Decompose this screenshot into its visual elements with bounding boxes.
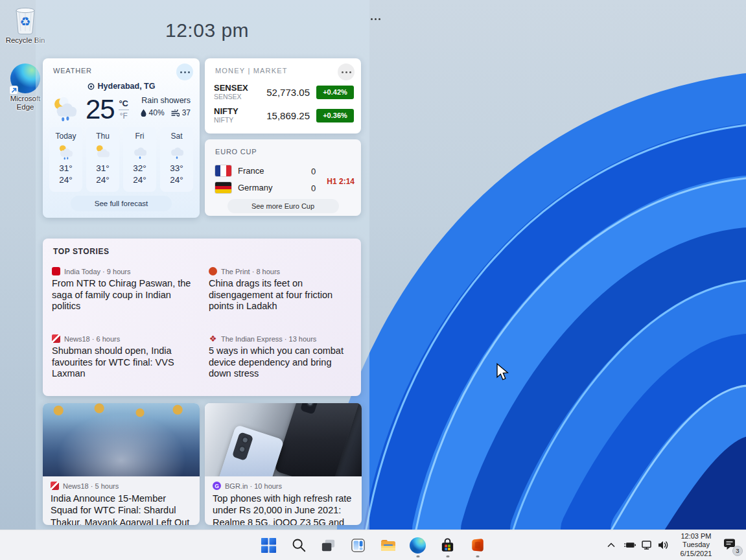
cursor-arrow-icon (496, 363, 509, 381)
market-change-badge: +0.36% (316, 109, 354, 122)
story-item[interactable]: ❖ The Indian Express · 13 hours 5 ways i… (209, 334, 356, 380)
shortcut-arrow-icon (9, 86, 18, 95)
unit-fahrenheit[interactable]: °F (120, 112, 128, 120)
clock-day: Tuesday (676, 541, 716, 549)
weather-forecast: Today 31° 24° Thu 31° 24° Fri (49, 127, 193, 192)
moon-rain-icon (51, 97, 82, 122)
aqi-wind-icon (171, 110, 180, 117)
germany-flag-icon (215, 182, 231, 193)
start-button[interactable] (256, 532, 282, 558)
tray-status-icons[interactable] (619, 533, 673, 557)
news-card-cricket[interactable]: News18 · 5 hours India Announce 15-Membe… (43, 403, 200, 525)
forecast-day[interactable]: Fri 32° 24° (123, 127, 156, 192)
network-icon (641, 540, 653, 550)
file-explorer-button[interactable] (375, 532, 401, 558)
task-view-icon (320, 537, 336, 554)
svg-text:♻: ♻ (19, 15, 30, 29)
news18-logo-icon (51, 482, 59, 490)
unit-divider (119, 110, 129, 110)
sun-cloud-icon (93, 145, 113, 160)
start-icon (261, 537, 277, 554)
news-headline: Top phones with high refresh rate under … (213, 493, 354, 525)
euro-cup-title: EURO CUP (215, 148, 257, 156)
market-value: 52,773.05 (266, 87, 310, 98)
weather-aqi: 37 (182, 108, 191, 117)
forecast-day[interactable]: Thu 31° 24° (86, 127, 119, 192)
see-full-forecast-button[interactable]: See full forecast (71, 196, 172, 211)
clock-date: 6/15/2021 (676, 550, 716, 558)
market-widget[interactable]: MONEY | MARKET SENSEX SENSEX 52,773.05 +… (205, 58, 361, 134)
news-image-smartphones (205, 403, 362, 476)
search-icon (291, 537, 307, 553)
rain-cloud-icon (167, 145, 187, 160)
story-headline: 5 ways in which you can combat device de… (209, 345, 356, 380)
store-icon (439, 537, 456, 554)
bgr-logo-icon: G (213, 482, 221, 490)
forecast-day[interactable]: Sat 33° 24° (160, 127, 193, 192)
phone-light (212, 425, 284, 476)
match-status: H1 2:14 (327, 177, 355, 186)
tray-overflow-button[interactable] (603, 533, 619, 557)
file-explorer-icon (380, 537, 397, 554)
story-headline: Shubman should open, India favourites fo… (52, 345, 201, 380)
chevron-up-icon (607, 542, 616, 548)
market-rows: SENSEX SENSEX 52,773.05 +0.42% NIFTY NIF… (214, 80, 354, 127)
office-icon (470, 537, 485, 553)
widgets-button[interactable] (345, 532, 371, 558)
notification-count-badge: 3 (732, 546, 743, 556)
search-button[interactable] (286, 532, 312, 558)
battery-icon (624, 540, 636, 550)
market-value: 15,869.25 (266, 110, 310, 121)
indian-express-logo-icon: ❖ (209, 334, 217, 343)
volume-icon (657, 540, 669, 550)
taskbar-clock[interactable]: 12:03 PM Tuesday 6/15/2021 (673, 532, 719, 558)
weather-location-row[interactable]: Hyderabad, TG (43, 82, 200, 91)
taskbar: 12:03 PM Tuesday 6/15/2021 3 (0, 530, 746, 560)
market-menu-button[interactable] (338, 64, 355, 80)
widgets-panel-clock: 12:03 pm (165, 19, 249, 41)
story-item[interactable]: India Today · 9 hours From NTR to Chirag… (52, 267, 201, 312)
top-stories-title: TOP STORIES (53, 247, 110, 256)
task-view-button[interactable] (316, 532, 342, 558)
microsoft-store-button[interactable] (435, 532, 461, 558)
ellipsis-icon (342, 71, 351, 73)
weather-widget[interactable]: WEATHER Hyderabad, TG 25 °C °F Rain show… (43, 58, 200, 218)
story-item[interactable]: News18 · 6 hours Shubman should open, In… (52, 334, 201, 380)
wallpaper-bloom (337, 55, 746, 530)
weather-menu-button[interactable] (176, 64, 193, 80)
running-indicator (416, 555, 419, 557)
location-pin-icon (87, 83, 95, 90)
euro-cup-widget[interactable]: EURO CUP France 0 Germany 0 H1 2:14 See … (205, 139, 361, 216)
india-today-logo-icon (52, 267, 60, 275)
weather-temperature: 25 (86, 94, 115, 125)
phone-dark (274, 403, 361, 476)
widgets-panel-more-button[interactable] (367, 14, 384, 23)
unit-celsius[interactable]: °C (119, 99, 128, 108)
story-item[interactable]: The Print · 8 hours China drags its feet… (209, 267, 356, 312)
news-card-phones[interactable]: G BGR.in · 10 hours Top phones with high… (205, 403, 362, 525)
market-row-nifty[interactable]: NIFTY NIFTY 15,869.25 +0.36% (214, 104, 354, 127)
weather-location: Hyderabad, TG (98, 82, 156, 91)
desktop: ♻ Recycle Bin Microsoft Edge 12:03 pm WE… (0, 0, 746, 560)
euro-cup-team-row[interactable]: France (215, 165, 264, 176)
edge-icon (410, 537, 426, 554)
top-stories-widget: TOP STORIES India Today · 9 hours From N… (43, 239, 361, 396)
weather-precipitation: 40% (149, 108, 165, 117)
edge-button[interactable] (405, 532, 431, 558)
germany-score: 0 (311, 183, 316, 193)
rain-cloud-icon (130, 145, 150, 160)
sun-rain-icon (56, 145, 76, 160)
ellipsis-icon (180, 71, 190, 73)
notification-center-button[interactable]: 3 (719, 537, 742, 554)
market-change-badge: +0.42% (316, 86, 354, 99)
euro-cup-team-row[interactable]: Germany (215, 182, 272, 193)
market-row-sensex[interactable]: SENSEX SENSEX 52,773.05 +0.42% (214, 80, 354, 104)
taskbar-app-buttons (256, 530, 491, 560)
story-headline: From NTR to Chirag Paswan, the saga of f… (52, 278, 201, 312)
running-indicator (476, 555, 479, 557)
office-button[interactable] (465, 532, 491, 558)
story-headline: China drags its feet on disengagement at… (209, 278, 356, 312)
france-score: 0 (311, 167, 316, 176)
forecast-day[interactable]: Today 31° 24° (49, 127, 82, 192)
see-more-euro-cup-button[interactable]: See more Euro Cup (227, 199, 339, 213)
